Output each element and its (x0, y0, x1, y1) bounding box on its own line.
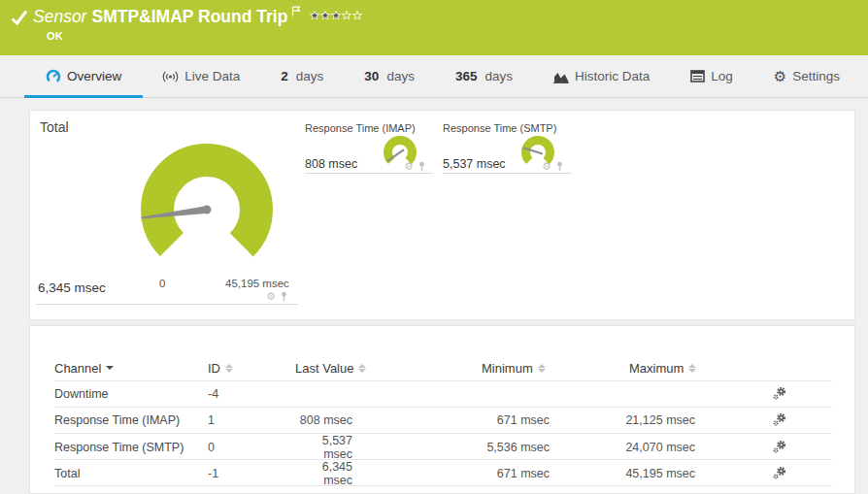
broadcast-icon (162, 70, 179, 83)
sort-icon (538, 364, 546, 373)
smtp-gauge-value: 5,537 msec (443, 157, 506, 171)
priority-stars[interactable] (310, 11, 362, 20)
channel-last-value: 5,537 msec (295, 434, 420, 461)
channel-last-value: 808 msec (295, 413, 420, 427)
imap-gauge-block: Response Time (IMAP) 808 msec ⚙ (305, 111, 433, 319)
tab-label: Log (711, 69, 733, 83)
channel-table: Channel ID Last Value Minimum Maximum (30, 326, 854, 486)
column-header-minimum[interactable]: Minimum (420, 361, 605, 376)
gauge-pin-icon[interactable] (417, 161, 426, 172)
sort-icon (225, 364, 233, 373)
tab-settings[interactable]: ⚙ Settings (774, 55, 840, 97)
column-label: ID (208, 361, 220, 376)
sensor-tab-bar: Overview Live Data 2 days 30 days 365 da… (0, 55, 868, 98)
tab-historic-data[interactable]: Historic Data (553, 55, 650, 97)
tab-label: Historic Data (575, 69, 650, 83)
channel-name[interactable]: Response Time (SMTP) (54, 441, 208, 454)
channel-id: 0 (208, 441, 295, 454)
area-chart-icon (553, 70, 569, 83)
channel-minimum: 671 msec (420, 467, 605, 480)
channel-minimum: 5,536 msec (420, 441, 605, 454)
page-title: SensorSMTP&IMAP Round Trip (33, 7, 362, 27)
imap-gauge-controls: ⚙ (404, 161, 426, 172)
sensor-name: SMTP&IMAP Round Trip (91, 7, 287, 26)
total-gauge-controls: ⚙ (266, 291, 288, 302)
channel-table-panel: Channel ID Last Value Minimum Maximum (29, 325, 855, 494)
divider (36, 304, 298, 305)
channel-maximum: 21,125 msec (605, 413, 755, 427)
gauge-pin-icon[interactable] (555, 161, 564, 172)
tab-day-count: 365 (455, 69, 478, 83)
tab-log[interactable]: Log (690, 55, 733, 97)
total-gauge (115, 117, 299, 288)
gear-icon: ⚙ (774, 69, 786, 83)
channel-name[interactable]: Downtime (54, 387, 208, 401)
table-row-downtime: Downtime -4 (54, 381, 832, 408)
smtp-gauge-controls: ⚙ (542, 161, 564, 172)
table-row-total: Total -1 6,345 msec 671 msec 45,195 msec (54, 460, 832, 486)
sensor-kind-label: Sensor (33, 7, 86, 26)
column-header-channel[interactable]: Channel (54, 361, 208, 376)
tab-day-count: 30 (364, 69, 379, 83)
imap-gauge-value: 808 msec (305, 157, 357, 171)
column-header-last-value[interactable]: Last Value (295, 361, 420, 376)
overview-gauges-panel: Total 0 45,195 msec 6,345 msec ⚙ Respons… (29, 110, 855, 320)
tab-2-days[interactable]: 2 days (281, 55, 323, 97)
gauge-settings-icon[interactable]: ⚙ (542, 161, 551, 172)
column-header-maximum[interactable]: Maximum (605, 361, 755, 376)
sort-desc-icon (106, 366, 114, 370)
tab-label: Settings (792, 69, 840, 83)
divider (443, 173, 571, 174)
column-label: Minimum (482, 361, 533, 376)
column-header-id[interactable]: ID (208, 361, 295, 376)
channel-name[interactable]: Total (54, 467, 208, 480)
channel-name[interactable]: Response Time (IMAP) (54, 413, 208, 427)
tab-day-count: 2 (281, 69, 288, 83)
column-label: Maximum (629, 361, 684, 376)
tab-label: Overview (67, 69, 121, 83)
column-label: Channel (54, 361, 101, 376)
gauge-settings-icon[interactable]: ⚙ (404, 161, 414, 172)
table-row-smtp: Response Time (SMTP) 0 5,537 msec 5,536 … (54, 434, 832, 460)
gauge-pin-icon[interactable] (280, 291, 288, 302)
channel-settings-icon[interactable] (773, 412, 786, 426)
total-gauge-min-label: 0 (159, 278, 165, 289)
table-header-row: Channel ID Last Value Minimum Maximum (54, 355, 832, 381)
tab-label: days (296, 69, 324, 83)
column-label: Last Value (295, 361, 353, 376)
tab-30-days[interactable]: 30 days (364, 55, 415, 97)
channel-settings-icon[interactable] (773, 386, 786, 400)
divider (305, 173, 433, 174)
total-gauge-value: 6,345 msec (38, 280, 106, 295)
sort-icon (688, 364, 696, 373)
tab-live-data[interactable]: Live Data (162, 55, 240, 97)
sort-icon (358, 364, 366, 373)
channel-settings-icon[interactable] (773, 440, 786, 453)
flag-icon[interactable] (291, 1, 302, 21)
table-row-imap: Response Time (IMAP) 1 808 msec 671 msec… (54, 408, 832, 434)
tab-365-days[interactable]: 365 days (455, 55, 513, 97)
smtp-gauge-block: Response Time (SMTP) 5,537 msec ⚙ (443, 111, 571, 319)
channel-settings-icon[interactable] (773, 466, 786, 479)
gauge-icon (46, 69, 61, 84)
channel-id: 1 (208, 413, 295, 427)
ok-check-icon (10, 10, 29, 25)
tab-overview[interactable]: Overview (46, 55, 121, 97)
status-badge: OK (47, 30, 868, 42)
tab-label: days (386, 69, 415, 83)
channel-minimum: 671 msec (420, 413, 605, 427)
total-gauge-title: Total (40, 119, 69, 135)
channel-id: -1 (208, 467, 295, 480)
tab-label: days (484, 69, 513, 83)
channel-id: -4 (208, 387, 295, 401)
gauge-settings-icon[interactable]: ⚙ (266, 291, 276, 302)
channel-last-value: 6,345 msec (295, 460, 420, 487)
log-icon (690, 70, 705, 82)
sensor-status-banner: SensorSMTP&IMAP Round Trip OK (0, 0, 868, 55)
total-gauge-max-label: 45,195 msec (225, 278, 289, 289)
channel-maximum: 45,195 msec (605, 467, 755, 480)
channel-maximum: 24,070 msec (605, 441, 755, 454)
tab-label: Live Data (184, 69, 240, 83)
